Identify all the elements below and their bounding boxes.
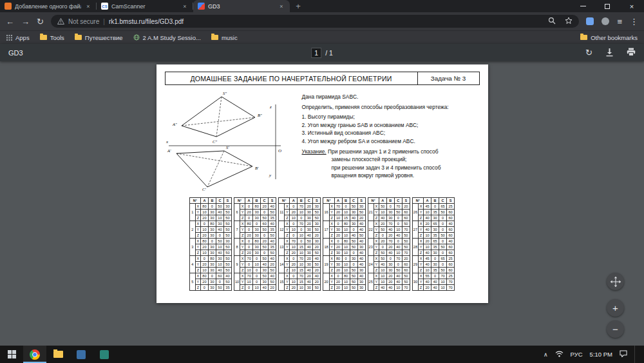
taskbar-chrome[interactable]	[23, 346, 46, 363]
bookmark-travel[interactable]: Путешествие	[75, 34, 123, 41]
svg-text:C′: C′	[202, 187, 206, 191]
pdf-toolbar: GD3 1 / 1 ↻	[0, 44, 644, 61]
extension-icon[interactable]	[586, 17, 594, 25]
note-line: при решении задач 3 и 4 применить способ	[302, 164, 441, 171]
file-explorer-icon	[53, 351, 63, 358]
system-tray: ∧ РУС 5:10 PM	[544, 346, 644, 363]
task-number: Задача № 3	[417, 72, 479, 84]
network-icon[interactable]	[555, 351, 564, 358]
pdf-doc-title: GD3	[8, 49, 23, 57]
globe-icon	[133, 34, 140, 41]
svg-text:O: O	[278, 148, 281, 153]
zoom-out-button[interactable]: −	[607, 320, 624, 338]
clock[interactable]: 5:10 PM	[590, 351, 612, 358]
chrome-icon	[30, 349, 40, 360]
language-indicator[interactable]: РУС	[571, 351, 583, 358]
svg-text:A′: A′	[167, 148, 171, 153]
task-given: Дана пирамида SABC.	[302, 93, 478, 101]
tab-camscanner[interactable]: CS CamScanner ×	[97, 0, 193, 12]
omnibox-actions	[548, 17, 573, 26]
bookmark-apps[interactable]: Apps	[6, 34, 30, 41]
bookmark-study-session[interactable]: 2 A.M Study Sessio...	[133, 34, 201, 41]
more-options-icon[interactable]: ⋮	[630, 17, 638, 26]
taskbar-app-2[interactable]	[93, 346, 116, 363]
print-icon[interactable]	[627, 48, 636, 57]
bookmark-label: Tools	[50, 34, 64, 41]
windows-logo-icon	[8, 350, 16, 358]
close-button[interactable]: ×	[620, 0, 644, 12]
task-item: 2. Угол между гранью SAB и основанием AB…	[302, 121, 478, 130]
chrome-menu-icon[interactable]: ≡	[617, 17, 622, 26]
note-line: замены плоскостей проекций;	[302, 156, 407, 162]
reload-icon[interactable]: ↻	[37, 17, 44, 26]
task-item: 3. Истинный вид основания ABC;	[302, 129, 478, 137]
svg-text:A″: A″	[172, 122, 177, 126]
variant-table: N°ABCS16X7005030Y20103050Z1015402017X080…	[323, 197, 365, 291]
rotate-icon[interactable]: ↻	[585, 48, 592, 57]
bookmark-music[interactable]: music	[211, 34, 238, 41]
bookmark-star-icon[interactable]	[565, 17, 573, 26]
zoom-search-icon[interactable]	[548, 17, 556, 26]
tray-expand-icon[interactable]: ∧	[544, 351, 548, 358]
pdf-actions: ↻	[585, 48, 636, 58]
folder-icon	[580, 35, 587, 40]
svg-text:x: x	[166, 139, 169, 144]
browser-window: Добавление одного файла » С... × CS CamS…	[0, 0, 644, 363]
url-text: rk1.bmstu.ru/files/GD3.pdf	[109, 18, 184, 25]
note-line: вращения вокруг прямой уровня.	[302, 172, 415, 179]
svg-text:S″: S″	[223, 91, 227, 95]
task-item: 4. Угол между ребром SA и основанием ABC…	[302, 137, 478, 146]
not-secure-warning-icon[interactable]	[57, 18, 64, 25]
pan-tool-button[interactable]	[607, 273, 624, 290]
task-note: Указание. При решении задач 1 и 2 примен…	[302, 148, 478, 180]
pdf-favicon-icon	[198, 3, 205, 10]
back-icon[interactable]: ←	[6, 17, 14, 26]
tab-title: Добавление одного файла » С...	[15, 3, 81, 10]
action-center-icon[interactable]	[620, 350, 627, 358]
forward-icon[interactable]: →	[21, 17, 30, 26]
taskbar-explorer[interactable]	[46, 346, 70, 363]
show-desktop-button[interactable]	[634, 346, 636, 363]
document-body: x z O y S″ A″ B″ C″	[165, 89, 480, 192]
document-title: ДОМАШНЕЕ ЗАДАНИЕ ПО НАЧЕРТАТЕЛЬНОЙ ГЕОМЕ…	[166, 72, 417, 84]
bookmark-tools[interactable]: Tools	[40, 34, 64, 41]
profile-avatar-icon[interactable]	[601, 17, 609, 25]
zoom-in-button[interactable]: +	[607, 299, 624, 317]
app-icon	[77, 350, 86, 359]
bookmark-label: 2 A.M Study Sessio...	[143, 34, 201, 41]
folder-icon	[75, 35, 82, 40]
note-line: При решении задач 1 и 2 применить способ	[328, 148, 438, 155]
start-button[interactable]	[0, 346, 23, 363]
folder-icon	[211, 35, 218, 40]
svg-text:S′: S′	[226, 145, 229, 150]
page-number-input[interactable]: 1	[311, 48, 321, 58]
maximize-button[interactable]	[595, 0, 620, 12]
tab-bmstu[interactable]: Добавление одного файла » С... ×	[0, 0, 97, 12]
pdf-page: ДОМАШНЕЕ ЗАДАНИЕ ПО НАЧЕРТАТЕЛЬНОЙ ГЕОМЕ…	[156, 64, 488, 303]
svg-text:B′: B′	[255, 166, 259, 170]
bookmark-label: Apps	[15, 34, 30, 41]
task-objective: Определить, применяя способы преобразова…	[302, 103, 478, 112]
variant-table: N°ABCS11X0702030Y20103050Z100305012X0702…	[278, 197, 321, 291]
page-total-label: / 1	[325, 49, 333, 57]
address-bar[interactable]: Not secure | rk1.bmstu.ru/files/GD3.pdf	[51, 15, 580, 28]
variant-tables: N°ABCS1X8005030Y10304050Z203010502X08030…	[165, 197, 480, 291]
pyramid-projection-drawing: x z O y S″ A″ B″ C″	[165, 89, 297, 192]
variant-table: N°ABCS26X4506525Y10355060Z403006027X2065…	[412, 197, 455, 291]
pdf-float-controls: + −	[607, 273, 624, 338]
tab-close-icon[interactable]: ×	[181, 3, 189, 10]
bookmark-label: Путешествие	[85, 34, 123, 41]
new-tab-button[interactable]: +	[290, 0, 307, 12]
tab-close-icon[interactable]: ×	[84, 3, 92, 10]
task-description: Дана пирамида SABC. Определить, применяя…	[297, 89, 480, 192]
download-icon[interactable]	[605, 48, 614, 58]
tab-gd3[interactable]: GD3 ×	[193, 0, 290, 12]
app-icon	[100, 350, 109, 359]
other-bookmarks[interactable]: Other bookmarks	[580, 34, 638, 41]
tab-close-icon[interactable]: ×	[278, 3, 285, 10]
taskbar-app-1[interactable]	[70, 346, 93, 363]
bmstu-favicon-icon	[5, 3, 12, 10]
pdf-viewer-area[interactable]: ДОМАШНЕЕ ЗАДАНИЕ ПО НАЧЕРТАТЕЛЬНОЙ ГЕОМЕ…	[0, 61, 644, 346]
svg-text:z: z	[269, 104, 272, 110]
minimize-button[interactable]	[571, 0, 595, 12]
